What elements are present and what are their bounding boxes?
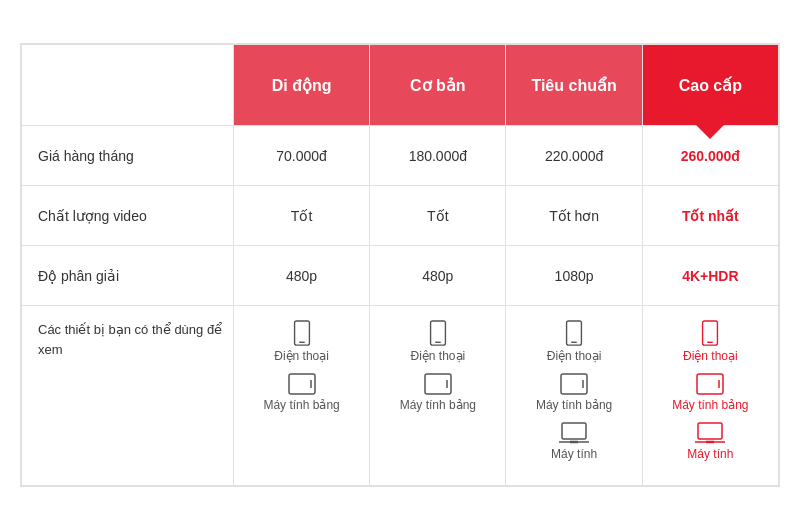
devices-label: Các thiết bị bạn có thể dùng để xem — [22, 306, 234, 486]
quality-label: Chất lượng video — [22, 186, 234, 246]
quality-tieuchuan: Tốt hơn — [506, 186, 642, 246]
svg-rect-15 — [703, 321, 718, 345]
device-tablet-coban: Máy tính bảng — [378, 373, 497, 412]
price-didong: 70.000đ — [233, 126, 369, 186]
svg-rect-0 — [294, 321, 309, 345]
quality-coban: Tốt — [370, 186, 506, 246]
device-phone-tieuchuan: Điện thoại — [514, 320, 633, 363]
price-label: Giá hàng tháng — [22, 126, 234, 186]
price-row: Giá hàng tháng 70.000đ 180.000đ 220.000đ… — [22, 126, 779, 186]
price-tieuchuan: 220.000đ — [506, 126, 642, 186]
quality-didong: Tốt — [233, 186, 369, 246]
device-phone-caocap: Điện thoại — [651, 320, 770, 363]
price-coban: 180.000đ — [370, 126, 506, 186]
resolution-caocap: 4K+HDR — [642, 246, 778, 306]
tablet-icon — [288, 373, 316, 395]
resolution-tieuchuan: 1080p — [506, 246, 642, 306]
device-phone-coban: Điện thoại — [378, 320, 497, 363]
phone-icon-4 — [701, 320, 719, 346]
resolution-label: Độ phân giải — [22, 246, 234, 306]
device-laptop-caocap: Máy tính — [651, 422, 770, 461]
devices-row: Các thiết bị bạn có thể dùng để xem Điện… — [22, 306, 779, 486]
resolution-didong: 480p — [233, 246, 369, 306]
tablet-icon-4 — [696, 373, 724, 395]
tablet-icon-3 — [560, 373, 588, 395]
devices-coban: Điện thoại Máy tính bảng — [370, 306, 506, 486]
device-tablet-tieuchuan: Máy tính bảng — [514, 373, 633, 412]
laptop-icon-4 — [694, 422, 726, 444]
resolution-row: Độ phân giải 480p 480p 1080p 4K+HDR — [22, 246, 779, 306]
header-caocap: Cao cấp — [642, 45, 778, 126]
tablet-icon-2 — [424, 373, 452, 395]
header-tieuchuan: Tiêu chuẩn — [506, 45, 642, 126]
device-laptop-tieuchuan: Máy tính — [514, 422, 633, 461]
svg-rect-8 — [567, 321, 582, 345]
device-phone-didong: Điện thoại — [242, 320, 361, 363]
svg-rect-4 — [430, 321, 445, 345]
devices-caocap: Điện thoại Máy tính bảng — [642, 306, 778, 486]
svg-rect-12 — [562, 423, 586, 439]
svg-rect-19 — [698, 423, 722, 439]
header-empty — [22, 45, 234, 126]
quality-caocap: Tốt nhất — [642, 186, 778, 246]
devices-tieuchuan: Điện thoại Máy tính bảng — [506, 306, 642, 486]
device-tablet-didong: Máy tính bảng — [242, 373, 361, 412]
laptop-icon-3 — [558, 422, 590, 444]
phone-icon-3 — [565, 320, 583, 346]
resolution-coban: 480p — [370, 246, 506, 306]
comparison-table-container: Di động Cơ bản Tiêu chuẩn Cao cấp — [20, 43, 780, 487]
header-coban: Cơ bản — [370, 45, 506, 126]
quality-row: Chất lượng video Tốt Tốt Tốt hơn Tốt nhấ… — [22, 186, 779, 246]
device-tablet-caocap: Máy tính bảng — [651, 373, 770, 412]
header-didong: Di động — [233, 45, 369, 126]
devices-didong: Điện thoại Máy tính bảng — [233, 306, 369, 486]
phone-icon — [293, 320, 311, 346]
phone-icon-2 — [429, 320, 447, 346]
